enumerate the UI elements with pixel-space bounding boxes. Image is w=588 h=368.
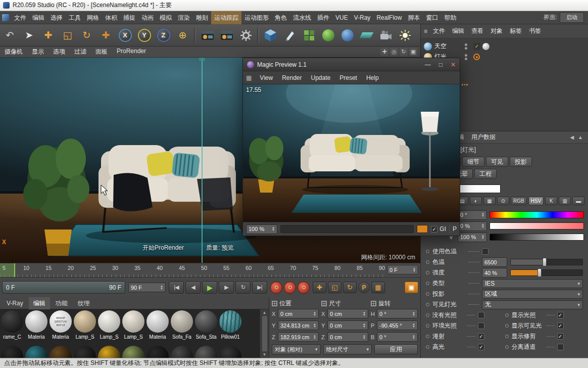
preview-render-area[interactable]: 17.55 (243, 84, 460, 222)
om-menu-标签[interactable]: 标签 (507, 27, 525, 35)
visibility-dots-icon[interactable] (465, 43, 467, 50)
menu-插件[interactable]: 插件 (314, 11, 332, 24)
spinner[interactable]: ▲▼ (481, 212, 484, 217)
spinner[interactable]: ▲▼ (481, 223, 484, 228)
om-menu-查看[interactable]: 查看 (468, 27, 486, 35)
record-rotation-toggle[interactable]: ↻ (343, 282, 357, 293)
material-tab-功能[interactable]: 功能 (51, 297, 72, 309)
preview-menu-update[interactable]: Update (307, 74, 335, 81)
menu-动画[interactable]: 动画 (138, 11, 157, 24)
hsv-field-V[interactable]: 100 %▲▼ (458, 233, 487, 242)
anim-dot-icon[interactable] (426, 345, 429, 349)
viewport-menu-选项[interactable]: 选项 (48, 48, 70, 56)
rotate-icon[interactable]: ↻ (77, 26, 96, 45)
scroll-up-icon[interactable]: ▲ (578, 134, 583, 140)
menu-渲染[interactable]: 渲染 (175, 11, 193, 24)
coord-field-位置-Y[interactable]: 324.813 cm▲▼ (278, 320, 319, 330)
viewport-menu-过滤[interactable]: 过滤 (70, 48, 91, 56)
om-menu-对象[interactable]: 对象 (487, 27, 506, 35)
material-item[interactable]: Lamp_S (73, 309, 97, 346)
close-icon[interactable]: ✕ (451, 61, 456, 68)
slider-track[interactable] (510, 259, 583, 265)
preview-range-slider[interactable]: 0 F 90 F (2, 281, 125, 294)
render-picture-viewer-icon[interactable] (217, 26, 236, 45)
checkbox[interactable] (482, 248, 488, 255)
menu-运动图形[interactable]: 运动图形 (241, 11, 272, 24)
record-keyframe-button[interactable] (270, 282, 282, 294)
preview-progress-chip[interactable] (417, 225, 428, 233)
goto-start-button[interactable]: |◀ (169, 281, 184, 294)
lock-y-button[interactable]: Y (135, 26, 154, 45)
material-item[interactable]: Sofa_Fa (170, 309, 194, 346)
attr-tab-可见[interactable]: 可见 (486, 157, 508, 167)
material-item[interactable] (121, 346, 145, 358)
toggle-view-icon[interactable]: ▣ (409, 48, 417, 56)
hsv-field-S[interactable]: 0 %▲▼ (458, 221, 487, 231)
undo-icon[interactable]: ↶ (1, 26, 19, 45)
material-item[interactable] (0, 346, 24, 358)
material-item[interactable]: Pillow01 (218, 309, 242, 346)
anim-dot-icon[interactable] (505, 313, 509, 317)
primitive-cube-icon[interactable] (261, 26, 280, 45)
live-selection-icon[interactable]: ➤ (20, 26, 38, 45)
spinner[interactable]: ▲▼ (363, 335, 366, 340)
target-tag-icon[interactable] (473, 54, 480, 60)
om-menu-书签[interactable]: 书签 (526, 27, 544, 35)
dropdown-类型[interactable]: IES▾ (482, 279, 583, 288)
val-gradient-slider[interactable] (489, 234, 584, 241)
magic-preview-window[interactable]: Magic Preview 1.1 — □ ✕ ▦ ViewRenderUpda… (242, 58, 460, 236)
prev-frame-button[interactable]: ◀ (185, 281, 201, 294)
material-tab-编辑[interactable]: 编辑 (29, 297, 50, 309)
keyframe-selection-button[interactable] (298, 282, 310, 294)
pan-view-icon[interactable]: ✚ (380, 48, 388, 56)
window-titlebar[interactable]: R20.059 Studio (RC - R20) - [SceneNameli… (0, 0, 588, 11)
slider-track[interactable] (510, 269, 583, 276)
preview-menu-preset[interactable]: Preset (335, 74, 362, 81)
menu-角色[interactable]: 角色 (272, 11, 290, 24)
checkbox[interactable]: ✓ (557, 312, 564, 318)
camera-icon[interactable] (376, 26, 395, 45)
coord-field-旋转-P[interactable]: -90.455 °▲▼ (377, 320, 418, 330)
material-tab-V-Ray[interactable]: V-Ray (2, 297, 28, 309)
material-item[interactable] (218, 346, 242, 358)
color-swatch[interactable] (456, 185, 501, 193)
spinner[interactable]: ▲▼ (313, 335, 316, 340)
coord-field-位置-Z[interactable]: 182.919 cm▲▼ (278, 332, 319, 342)
material-item[interactable] (145, 346, 170, 358)
material-item[interactable]: Lamp_S (121, 309, 145, 346)
spinner[interactable]: ▲▼ (481, 235, 484, 240)
gi-toggle[interactable]: ✓ GI (431, 225, 446, 233)
checkbox[interactable] (557, 344, 564, 350)
checkbox[interactable]: ✓ (557, 323, 564, 329)
spinner[interactable]: ▲▼ (363, 323, 366, 328)
attr-tab-工程[interactable]: 工程 (474, 169, 497, 179)
zoom-spinner[interactable]: ▲▼ (272, 226, 275, 232)
play-button[interactable]: ▶ (202, 281, 217, 294)
preview-titlebar[interactable]: Magic Preview 1.1 — □ ✕ (243, 58, 460, 71)
menu-流水线[interactable]: 流水线 (290, 11, 314, 24)
mixer-icon[interactable]: ▥ (559, 197, 571, 205)
spinner[interactable]: ▲▼ (412, 335, 415, 340)
material-scrollbar[interactable]: ▲ ▼ (260, 309, 269, 358)
wheel-icon[interactable]: ◐ (470, 197, 482, 205)
scale-icon[interactable]: ◱ (58, 26, 77, 45)
coord-size-dropdown[interactable]: 绝对尺寸 ▾ (323, 344, 372, 354)
coord-field-旋转-H[interactable]: 0 °▲▼ (377, 309, 418, 318)
autokey-button[interactable] (284, 282, 296, 294)
scroll-up-icon[interactable]: ▲ (263, 310, 267, 315)
menu-帮助[interactable]: 帮助 (441, 11, 459, 24)
spinner[interactable]: ▲▼ (363, 311, 366, 316)
anim-dot-icon[interactable] (426, 250, 429, 253)
material-item[interactable] (97, 346, 121, 358)
compact-icon[interactable]: ▬ (572, 197, 584, 205)
menu-体积[interactable]: 体积 (102, 11, 120, 24)
menu-脚本[interactable]: 脚本 (405, 11, 423, 24)
last-tool-icon[interactable]: ✚ (96, 26, 115, 45)
om-menu-编辑[interactable]: 编辑 (449, 27, 467, 35)
slider-value-field[interactable]: 40 % (482, 268, 507, 278)
dots-tag-icon[interactable] (461, 81, 468, 88)
scroll-down-icon[interactable]: ▼ (263, 352, 267, 357)
keyframe-palette-button[interactable]: ▣ (405, 282, 418, 293)
menu-VUE[interactable]: VUE (332, 11, 351, 24)
menu-运动跟踪[interactable]: 运动跟踪 (211, 11, 241, 24)
